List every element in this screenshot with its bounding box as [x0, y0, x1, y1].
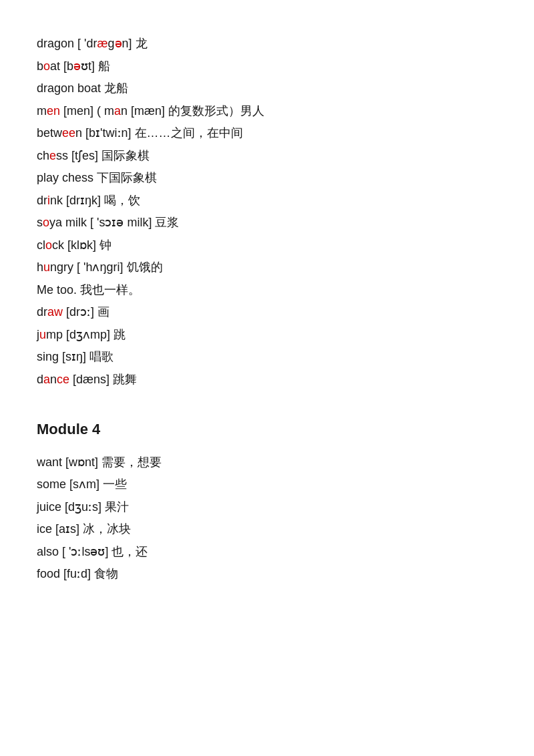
word-line-between: between [bɪ'twiːn] 在……之间，在中间: [37, 123, 497, 144]
word-text: also [ 'ɔːlsəʊ] 也，还: [37, 545, 148, 558]
word-text: dr: [87, 37, 97, 50]
red-letter: o: [43, 59, 50, 73]
word-line-soya-milk: soya milk [ 'sɔɪə milk] 豆浆: [37, 212, 497, 234]
word-line-ice: ice [aɪs] 冰，冰块: [37, 519, 497, 540]
word-line-men: men [men] ( man [mæn] 的复数形式）男人: [37, 101, 497, 122]
word-text: d: [37, 373, 43, 386]
red-letter: ee: [62, 126, 75, 140]
word-text: dr: [37, 194, 47, 207]
word-text: ss [tʃes] 国际象棋: [56, 149, 150, 162]
word-text: ʊt] 船: [81, 59, 110, 73]
word-text: dragon boat 龙船: [37, 81, 128, 95]
word-text: ya milk [ 'sɔɪə milk] 豆浆: [49, 216, 179, 229]
word-text: n] 在……之间，在中间: [121, 126, 243, 140]
word-text: n [bɪ'twi: [75, 126, 117, 140]
red-letter: a: [43, 373, 50, 386]
word-line-some: some [sʌm] 一些: [37, 474, 497, 496]
word-line-play-chess: play chess 下国际象棋: [37, 168, 497, 189]
word-text: g: [108, 37, 115, 50]
word-line-chess: chess [tʃes] 国际象棋: [37, 146, 497, 167]
word-line-want: want [wɒnt] 需要，想要: [37, 452, 497, 474]
word-text: food [fuːd] 食物: [37, 567, 118, 580]
word-text: m: [37, 104, 47, 118]
word-text: s: [37, 216, 43, 229]
word-text: play chess 下国际象棋: [37, 171, 157, 184]
word-text: betw: [37, 126, 62, 140]
word-text: dragon [ ': [37, 37, 87, 50]
word-text: mp [dʒʌmp] 跳: [46, 328, 125, 341]
word-line-clock: clock [klɒk] 钟: [37, 235, 497, 256]
red-letter: o: [45, 238, 52, 252]
word-line-sing: sing [sɪŋ] 唱歌: [37, 347, 497, 368]
word-text: n [mæn] 的复数形式）男人: [121, 104, 264, 118]
word-text: n] 龙: [122, 37, 148, 50]
red-letter: o: [43, 216, 49, 229]
red-letter: u: [39, 328, 46, 341]
word-text: juice [dʒuːs] 果汁: [37, 500, 129, 514]
word-text: ck [klɒk] 钟: [52, 238, 111, 252]
module-heading-module4: Module 4: [37, 417, 497, 443]
word-text: dr: [37, 305, 47, 319]
red-letter: e: [49, 149, 56, 162]
word-line-juice: juice [dʒuːs] 果汁: [37, 497, 497, 518]
word-line-boat: boat [bəʊt] 船: [37, 56, 497, 77]
word-text: h: [37, 260, 43, 274]
word-line-hungry: hungry [ 'hʌŋgri] 饥饿的: [37, 257, 497, 278]
word-text: [dæns] 跳舞: [69, 373, 137, 386]
word-text: Me too. 我也一样。: [37, 283, 140, 297]
red-letter: æ: [97, 37, 108, 50]
word-line-dragon: dragon [ 'drægən] 龙: [37, 33, 497, 55]
word-text: n: [50, 373, 57, 386]
word-line-jump: jump [dʒʌmp] 跳: [37, 325, 497, 346]
word-text: at [b: [50, 59, 73, 73]
word-line-me-too: Me too. 我也一样。: [37, 280, 497, 301]
word-text: ice [aɪs] 冰，冰块: [37, 522, 131, 536]
word-line-dance: dance [dæns] 跳舞: [37, 369, 497, 391]
red-letter: ce: [57, 373, 69, 386]
word-text: nk [drɪŋk] 喝，饮: [50, 194, 140, 207]
word-text: [drɔː] 画: [63, 305, 109, 319]
word-line-dragon-boat: dragon boat 龙船: [37, 78, 497, 100]
word-text: cl: [37, 238, 45, 252]
word-text: b: [37, 59, 43, 73]
word-text: sing [sɪŋ] 唱歌: [37, 350, 113, 363]
red-letter: en: [47, 104, 60, 118]
word-line-also: also [ 'ɔːlsəʊ] 也，还: [37, 542, 497, 563]
red-letter: u: [43, 260, 50, 274]
red-letter: a: [114, 104, 121, 118]
red-letter: ə: [73, 59, 81, 73]
word-line-food: food [fuːd] 食物: [37, 564, 497, 585]
word-text: ch: [37, 149, 49, 162]
word-text: some [sʌm] 一些: [37, 478, 127, 491]
red-letter: ə: [115, 37, 122, 50]
word-text: ngry [ 'hʌŋgri] 饥饿的: [50, 260, 162, 274]
word-text: [men] ( m: [60, 104, 114, 118]
word-line-drink: drink [drɪŋk] 喝，饮: [37, 190, 497, 212]
red-letter: aw: [47, 305, 63, 319]
word-line-draw: draw [drɔː] 画: [37, 302, 497, 323]
vocabulary-list: dragon [ 'drægən] 龙boat [bəʊt] 船dragon b…: [37, 33, 497, 585]
word-text: want [wɒnt] 需要，想要: [37, 455, 162, 469]
